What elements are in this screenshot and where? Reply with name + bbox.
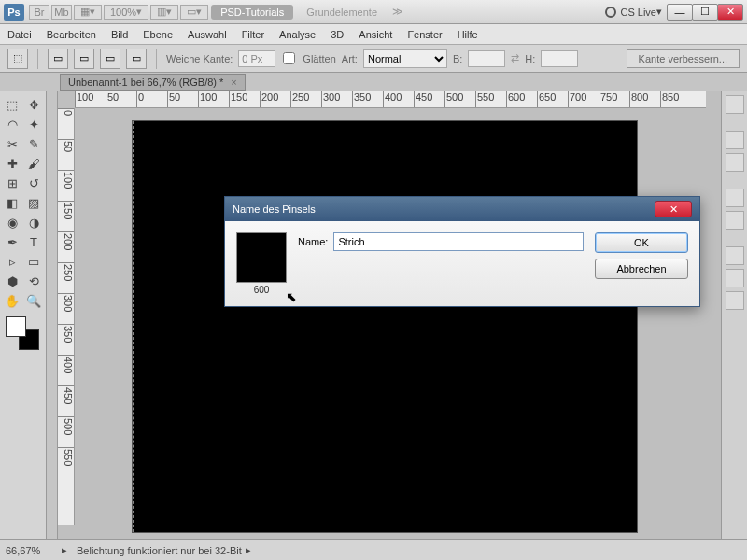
cslive-label: CS Live <box>620 7 656 18</box>
menu-3d[interactable]: 3D <box>331 29 344 40</box>
panel-swatches-icon[interactable] <box>726 131 744 149</box>
refine-edge-button[interactable]: Kante verbessern... <box>627 49 740 68</box>
feather-input[interactable] <box>238 50 275 67</box>
style-select[interactable]: Normal <box>363 49 447 68</box>
width-input[interactable] <box>468 50 505 67</box>
app-icon: Ps <box>4 4 24 21</box>
maximize-button[interactable]: ☐ <box>692 4 718 21</box>
tool-history[interactable]: ↺ <box>23 174 44 192</box>
tool-eyedrop[interactable]: ✎ <box>23 134 44 153</box>
tool-dodge[interactable]: ◑ <box>23 213 44 231</box>
menu-ansicht[interactable]: Ansicht <box>359 29 392 40</box>
sel-new-icon[interactable]: ▭ <box>48 49 68 69</box>
panel-paths-icon[interactable] <box>726 291 744 310</box>
menu-fenster[interactable]: Fenster <box>407 29 442 40</box>
left-dock[interactable] <box>47 91 58 539</box>
dialog-close-button[interactable]: ✕ <box>655 201 692 217</box>
menu-ebene[interactable]: Ebene <box>143 29 173 40</box>
sel-add-icon[interactable]: ▭ <box>74 49 94 69</box>
feather-label: Weiche Kante: <box>166 53 233 64</box>
menu-datei[interactable]: Datei <box>7 29 32 40</box>
cslive-button[interactable]: CS Live ▾ <box>605 6 662 18</box>
antialias-label: Glätten <box>303 53 335 64</box>
tool-marquee[interactable]: ⬚ <box>2 95 22 114</box>
minimize-button[interactable]: — <box>667 4 693 21</box>
close-button[interactable]: ✕ <box>717 4 743 21</box>
ok-button[interactable]: OK <box>595 232 688 253</box>
dialog-titlebar[interactable]: Name des Pinsels ✕ <box>225 197 699 221</box>
tool-eraser[interactable]: ◧ <box>2 193 22 212</box>
tab-close-icon[interactable]: × <box>231 77 236 88</box>
panel-layers-icon[interactable] <box>726 246 744 265</box>
swap-icon[interactable]: ⇄ <box>511 52 519 64</box>
name-label: Name: <box>298 236 328 247</box>
workspace-grundelemente[interactable]: Grundelemente <box>297 5 387 20</box>
status-zoom[interactable]: 66,67% <box>6 545 62 556</box>
panel-channels-icon[interactable] <box>726 269 744 287</box>
name-input[interactable] <box>333 232 584 251</box>
zoom-label: 100% <box>110 7 136 18</box>
layout-dropdown[interactable]: ▦▾ <box>74 5 102 20</box>
tool-blur[interactable]: ◉ <box>2 213 22 231</box>
menu-bild[interactable]: Bild <box>111 29 128 40</box>
brush-size-label: 600 <box>236 285 287 295</box>
menu-bearbeiten[interactable]: Bearbeiten <box>47 29 96 40</box>
tool-move[interactable]: ✥ <box>23 95 44 114</box>
tool-crop[interactable]: ✂ <box>2 134 22 153</box>
status-arrow2-icon[interactable]: ▸ <box>246 544 251 556</box>
status-arrow-icon[interactable]: ▸ <box>62 544 67 556</box>
screen-dropdown[interactable]: ▭▾ <box>180 5 208 20</box>
menu-bar: Datei Bearbeiten Bild Ebene Auswahl Filt… <box>0 24 747 45</box>
brush-thumb <box>236 232 287 283</box>
canvas-area: 1005005010015020025030035040045050055060… <box>58 91 721 539</box>
br-button[interactable]: Br <box>29 5 49 20</box>
document-tab[interactable]: Unbenannt-1 bei 66,7% (RGB/8) * × <box>60 74 246 91</box>
height-label: H: <box>525 53 535 64</box>
document-tabs: Unbenannt-1 bei 66,7% (RGB/8) * × <box>0 73 747 91</box>
cancel-button[interactable]: Abbrechen <box>595 259 688 279</box>
tool-pen[interactable]: ✒ <box>2 232 22 251</box>
tool-gradient[interactable]: ▨ <box>23 193 44 212</box>
menu-filter[interactable]: Filter <box>242 29 264 40</box>
menu-hilfe[interactable]: Hilfe <box>458 29 478 40</box>
title-bar: Ps Br Mb ▦▾ 100% ▾ ▥▾ ▭▾ PSD-Tutorials G… <box>0 0 747 24</box>
tool-zoom[interactable]: 🔍 <box>23 291 44 310</box>
tool-brush[interactable]: 🖌 <box>23 154 44 173</box>
view-dropdown[interactable]: ▥▾ <box>150 5 178 20</box>
panel-masks-icon[interactable] <box>726 211 744 230</box>
tool-type[interactable]: T <box>23 232 44 251</box>
panel-adjust-icon[interactable] <box>726 189 744 207</box>
tool-3d[interactable]: ⬢ <box>2 272 22 290</box>
ruler-horizontal: 1005005010015020025030035040045050055060… <box>75 91 706 108</box>
panel-styles-icon[interactable] <box>726 153 744 172</box>
tool-shape[interactable]: ▭ <box>23 252 44 271</box>
workspace-psd[interactable]: PSD-Tutorials <box>211 5 293 20</box>
tool-wand[interactable]: ✦ <box>23 115 44 133</box>
document-canvas[interactable] <box>133 121 637 532</box>
tool-path[interactable]: ▹ <box>2 252 22 271</box>
mb-button[interactable]: Mb <box>51 5 72 20</box>
panel-color-icon[interactable] <box>726 95 744 114</box>
dialog-title: Name des Pinsels <box>233 203 316 215</box>
tool-rotate3d[interactable]: ⟲ <box>23 272 44 290</box>
color-swatch[interactable] <box>6 316 39 350</box>
tool-stamp[interactable]: ⊞ <box>2 174 22 192</box>
menu-analyse[interactable]: Analyse <box>279 29 316 40</box>
ruler-vertical: 050100150200250300350400450500550 <box>58 108 75 525</box>
document-tab-label: Unbenannt-1 bei 66,7% (RGB/8) * <box>68 77 223 88</box>
tool-lasso[interactable]: ◠ <box>2 115 22 133</box>
marquee-icon[interactable]: ⬚ <box>7 49 28 69</box>
status-bar: 66,67% ▸ Belichtung funktioniert nur bei… <box>0 539 747 560</box>
zoom-dropdown[interactable]: 100% ▾ <box>104 5 148 20</box>
tool-heal[interactable]: ✚ <box>2 154 22 173</box>
height-input[interactable] <box>541 50 578 67</box>
more-icon[interactable]: ≫ <box>392 6 403 18</box>
tool-hand[interactable]: ✋ <box>2 291 22 310</box>
sel-sub-icon[interactable]: ▭ <box>100 49 120 69</box>
options-bar: ⬚ ▭ ▭ ▭ ▭ Weiche Kante: Glätten Art: Nor… <box>0 45 747 73</box>
menu-auswahl[interactable]: Auswahl <box>188 29 227 40</box>
antialias-checkbox[interactable] <box>283 52 295 64</box>
width-label: B: <box>453 53 462 64</box>
sel-int-icon[interactable]: ▭ <box>126 49 147 69</box>
brush-preview: 600 <box>236 232 287 295</box>
